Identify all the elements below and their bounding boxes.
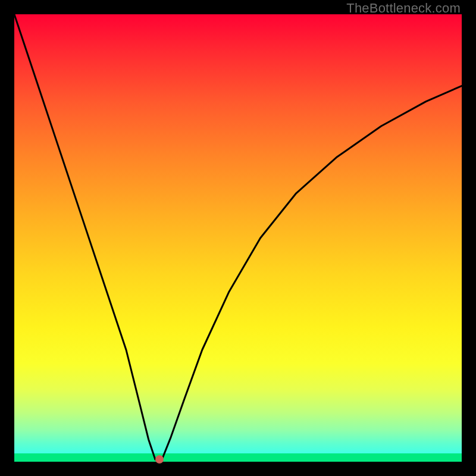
curve-svg: [14, 14, 462, 462]
bottleneck-curve: [14, 14, 462, 459]
minimum-marker-dot: [155, 455, 164, 464]
chart-plot-area: [14, 14, 462, 462]
watermark-text: TheBottleneck.com: [346, 1, 461, 16]
